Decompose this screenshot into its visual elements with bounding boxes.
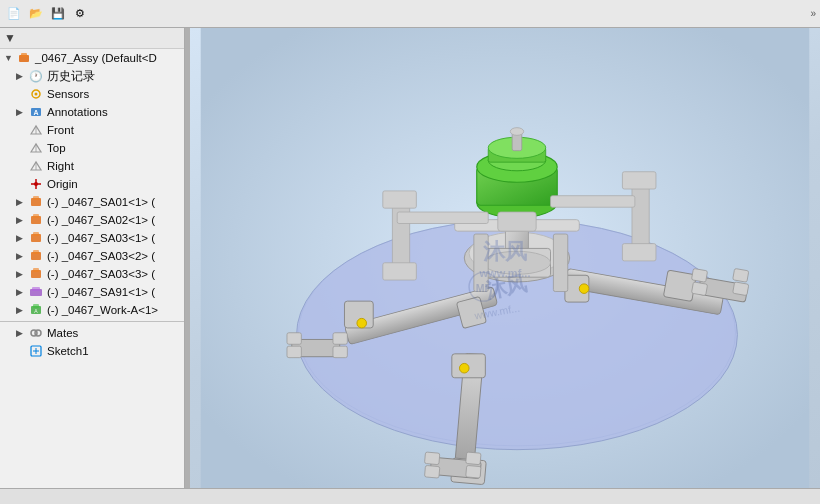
origin-label: Origin xyxy=(47,178,78,190)
status-bar xyxy=(0,488,820,504)
sa91-label: (-) _0467_SA91<1> ( xyxy=(47,286,155,298)
expand-toolbar-arrow[interactable]: » xyxy=(810,8,816,19)
toolbar: 📄 📂 💾 ⚙ » xyxy=(0,0,820,28)
svg-rect-81 xyxy=(553,234,567,291)
history-label: 历史记录 xyxy=(47,69,95,84)
svg-rect-61 xyxy=(733,268,749,282)
svg-point-48 xyxy=(510,128,523,136)
sa03-2-label: (-) _0467_SA03<2> ( xyxy=(47,250,155,262)
svg-rect-58 xyxy=(663,270,696,301)
front-plane-icon xyxy=(28,122,44,138)
svg-point-31 xyxy=(35,330,41,336)
tree-item-sa91[interactable]: ▶ (-) _0467_SA91<1> ( xyxy=(0,283,184,301)
svg-rect-18 xyxy=(33,214,39,218)
feature-tree-sidebar: ▼ ▼ _0467_Assy (Default<D ▶ 🕐 历史记录 xyxy=(0,28,185,488)
svg-rect-1 xyxy=(21,53,27,57)
sensor-icon xyxy=(28,86,44,102)
tree-item-sa03-3[interactable]: ▶ (-) _0467_SA03<3> ( xyxy=(0,265,184,283)
expand-arrow-assy: ▼ xyxy=(4,53,14,63)
svg-point-75 xyxy=(357,318,367,328)
tree-item-top[interactable]: Top xyxy=(0,139,184,157)
svg-rect-72 xyxy=(466,465,481,478)
svg-point-14 xyxy=(34,182,38,186)
svg-rect-79 xyxy=(498,212,536,231)
top-plane-icon xyxy=(28,140,44,156)
svg-rect-69 xyxy=(425,452,440,465)
tree-item-origin[interactable]: Origin xyxy=(0,175,184,193)
tree-item-history[interactable]: ▶ 🕐 历史记录 xyxy=(0,67,184,85)
svg-rect-24 xyxy=(33,268,39,272)
svg-rect-87 xyxy=(622,244,656,261)
expand-arrow-mates: ▶ xyxy=(16,328,26,338)
annotations-label: Annotations xyxy=(47,106,108,118)
svg-rect-71 xyxy=(466,452,481,465)
tree-item-sketch1[interactable]: Sketch1 xyxy=(0,342,184,360)
save-icon[interactable]: 💾 xyxy=(48,4,68,24)
sa03-2-icon xyxy=(28,248,44,264)
svg-rect-20 xyxy=(33,232,39,236)
svg-rect-89 xyxy=(551,196,635,208)
svg-rect-86 xyxy=(622,172,656,189)
expand-arrow-work-a: ▶ xyxy=(16,305,26,315)
svg-rect-70 xyxy=(425,465,440,478)
tree-item-annotations[interactable]: ▶ A Annotations xyxy=(0,103,184,121)
sa02-label: (-) _0467_SA02<1> ( xyxy=(47,214,155,226)
front-label: Front xyxy=(47,124,74,136)
main-area: ▼ ▼ _0467_Assy (Default<D ▶ 🕐 历史记录 xyxy=(0,28,820,488)
tree-item-sa03-1[interactable]: ▶ (-) _0467_SA03<1> ( xyxy=(0,229,184,247)
tree-item-sa02[interactable]: ▶ (-) _0467_SA02<1> ( xyxy=(0,211,184,229)
svg-rect-84 xyxy=(383,263,417,280)
svg-rect-55 xyxy=(333,333,347,345)
assy-icon xyxy=(16,50,32,66)
tree-item-front[interactable]: Front xyxy=(0,121,184,139)
tree-item-sensors[interactable]: Sensors xyxy=(0,85,184,103)
tree-item-sa03-2[interactable]: ▶ (-) _0467_SA03<2> ( xyxy=(0,247,184,265)
work-a-label: (-) _0467_Work-A<1> xyxy=(47,304,158,316)
sa01-icon xyxy=(28,194,44,210)
mates-label: Mates xyxy=(47,327,78,339)
open-icon[interactable]: 📂 xyxy=(26,4,46,24)
sidebar-filter-bar: ▼ xyxy=(0,28,184,49)
work-a-icon: A xyxy=(28,302,44,318)
right-plane-icon xyxy=(28,158,44,174)
svg-rect-26 xyxy=(32,287,40,291)
expand-arrow-sa03-3: ▶ xyxy=(16,269,26,279)
svg-point-74 xyxy=(483,251,550,274)
tree-item-mates[interactable]: ▶ Mates xyxy=(0,324,184,342)
sa01-label: (-) _0467_SA01<1> ( xyxy=(47,196,155,208)
origin-icon xyxy=(28,176,44,192)
svg-rect-16 xyxy=(33,196,39,200)
3d-viewport[interactable]: 沐风 www.mf... MF 沐风 www.mf... xyxy=(190,28,820,488)
tree-item-sa01[interactable]: ▶ (-) _0467_SA01<1> ( xyxy=(0,193,184,211)
filter-icon: ▼ xyxy=(4,31,16,45)
svg-text:A: A xyxy=(33,109,38,116)
svg-rect-22 xyxy=(33,250,39,254)
svg-rect-63 xyxy=(691,268,707,282)
svg-rect-54 xyxy=(287,346,301,358)
sidebar-separator xyxy=(0,321,184,322)
sketch1-label: Sketch1 xyxy=(47,345,89,357)
sa03-1-icon xyxy=(28,230,44,246)
options-icon[interactable]: ⚙ xyxy=(70,4,90,24)
assembly-view: 沐风 www.mf... MF xyxy=(190,28,820,488)
expand-arrow-sa91: ▶ xyxy=(16,287,26,297)
tree-item-work-a[interactable]: ▶ A (-) _0467_Work-A<1> xyxy=(0,301,184,319)
tree-item-assy-root[interactable]: ▼ _0467_Assy (Default<D xyxy=(0,49,184,67)
svg-rect-62 xyxy=(733,282,749,296)
tree-item-right[interactable]: Right xyxy=(0,157,184,175)
svg-rect-53 xyxy=(287,333,301,345)
svg-rect-56 xyxy=(333,346,347,358)
assy-root-label: _0467_Assy (Default<D xyxy=(35,52,157,64)
sa03-1-label: (-) _0467_SA03<1> ( xyxy=(47,232,155,244)
new-icon[interactable]: 📄 xyxy=(4,4,24,24)
sensors-label: Sensors xyxy=(47,88,89,100)
expand-arrow-sa01: ▶ xyxy=(16,197,26,207)
expand-arrow-sa03-2: ▶ xyxy=(16,251,26,261)
svg-rect-83 xyxy=(383,191,417,208)
sa02-icon xyxy=(28,212,44,228)
expand-arrow-sa02: ▶ xyxy=(16,215,26,225)
sketch1-icon xyxy=(28,343,44,359)
svg-point-77 xyxy=(459,363,469,373)
sa03-3-label: (-) _0467_SA03<3> ( xyxy=(47,268,155,280)
svg-rect-88 xyxy=(397,212,488,224)
